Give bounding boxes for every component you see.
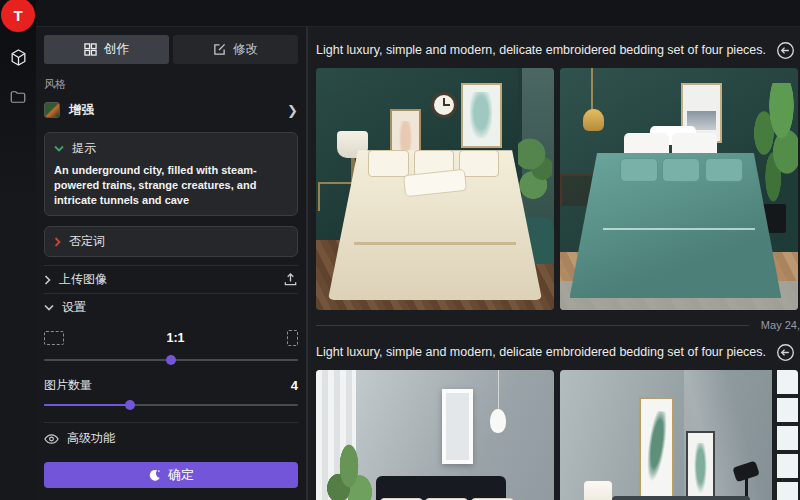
style-selector[interactable]: 增强 ❯: [44, 98, 298, 122]
decor: [591, 68, 593, 112]
generation-prompt-text: Light luxury, simple and modern, delicat…: [316, 43, 766, 57]
landscape-ratio-icon[interactable]: [44, 331, 64, 345]
negative-words-label: 否定词: [69, 233, 105, 250]
tab-create-label: 创作: [104, 41, 129, 58]
slider-fill: [44, 404, 130, 406]
style-thumbnail: [44, 102, 60, 118]
decor: [354, 242, 516, 245]
left-icon-rail: T: [0, 0, 36, 500]
decor: [612, 496, 750, 500]
chevron-down-icon: [54, 145, 64, 152]
tab-modify-label: 修改: [233, 41, 258, 58]
slider-thumb[interactable]: [125, 400, 135, 410]
generated-image-3[interactable]: [316, 370, 554, 500]
negative-words-card[interactable]: 否定词: [44, 226, 298, 257]
prompt-value[interactable]: An underground city, filled with steam-p…: [54, 163, 288, 208]
reuse-prompt-button[interactable]: [776, 41, 795, 60]
aspect-ratio-value: 1:1: [64, 331, 287, 345]
date-divider-row: May 24,: [316, 317, 800, 333]
generation-prompt-text: Light luxury, simple and modern, delicat…: [316, 345, 766, 359]
decor: [368, 150, 408, 177]
cube-nav-button[interactable]: [0, 42, 36, 72]
top-strip: [36, 0, 800, 27]
decor: [490, 409, 507, 433]
decor: [583, 109, 604, 131]
app-logo[interactable]: T: [1, 0, 35, 32]
prompt-card[interactable]: 提示 An underground city, filled with stea…: [44, 132, 298, 216]
settings-label: 设置: [62, 299, 86, 316]
generated-image-2[interactable]: [560, 68, 798, 310]
slider-thumb[interactable]: [166, 355, 176, 365]
crescent-moon-icon: [148, 469, 161, 482]
generation-prompt-row: Light luxury, simple and modern, delicat…: [316, 342, 800, 362]
style-section-label: 风格: [44, 77, 298, 92]
chevron-down-icon: [44, 304, 54, 311]
tab-modify[interactable]: 修改: [173, 35, 298, 64]
decor: [323, 443, 375, 500]
generation-panel: 创作 修改 风格 增强 ❯ 提示 An underground city, fi…: [36, 27, 308, 500]
folder-nav-button[interactable]: [0, 82, 36, 112]
decor: [442, 389, 473, 464]
chevron-right-icon: [54, 237, 61, 247]
results-feed: Light luxury, simple and modern, delicat…: [310, 27, 800, 500]
cube-icon: [9, 48, 28, 67]
aspect-ratio-control: 1:1: [44, 327, 298, 349]
image-count-row: 图片数量 4: [44, 376, 298, 394]
upload-image-label: 上传图像: [59, 271, 107, 288]
mode-tabs: 创作 修改: [44, 35, 298, 64]
confirm-button[interactable]: 确定: [44, 462, 298, 488]
eye-icon: [44, 433, 59, 445]
edit-icon: [213, 43, 226, 56]
chevron-right-icon: [44, 275, 51, 285]
decor: [686, 431, 715, 500]
decor: [662, 158, 700, 182]
decor: [705, 158, 743, 182]
decor: [584, 481, 613, 500]
portrait-ratio-icon[interactable]: [287, 330, 298, 346]
advanced-features-row[interactable]: 高级功能: [44, 422, 298, 454]
upload-image-row[interactable]: 上传图像: [44, 265, 298, 293]
style-value: 增强: [69, 102, 287, 119]
advanced-features-label: 高级功能: [67, 430, 115, 447]
decor: [639, 397, 675, 500]
date-label: May 24,: [761, 319, 800, 331]
tab-create[interactable]: 创作: [44, 35, 169, 64]
divider-line: [316, 325, 749, 326]
aspect-ratio-slider[interactable]: [44, 353, 298, 367]
decor: [376, 476, 507, 500]
generation-prompt-row: Light luxury, simple and modern, delicat…: [316, 40, 800, 60]
generated-image-1[interactable]: [316, 68, 554, 310]
upload-icon[interactable]: [283, 272, 298, 287]
image-count-value: 4: [291, 378, 298, 393]
confirm-button-label: 确定: [168, 466, 194, 484]
decor: [620, 158, 658, 182]
decor: [518, 136, 551, 209]
image-count-label: 图片数量: [44, 377, 92, 394]
decor: [461, 83, 501, 148]
generated-image-4[interactable]: [560, 370, 798, 500]
chevron-right-icon: ❯: [287, 103, 298, 118]
reuse-prompt-button[interactable]: [776, 343, 795, 362]
decor: [772, 370, 798, 500]
image-count-slider[interactable]: [44, 398, 298, 412]
settings-header-row[interactable]: 设置: [44, 293, 298, 321]
decor: [603, 228, 755, 230]
image-row: [316, 370, 800, 500]
grid-icon: [84, 43, 97, 56]
prompt-section-label: 提示: [72, 140, 96, 157]
decor: [498, 370, 499, 411]
image-row: [316, 68, 800, 310]
folder-icon: [9, 88, 27, 106]
